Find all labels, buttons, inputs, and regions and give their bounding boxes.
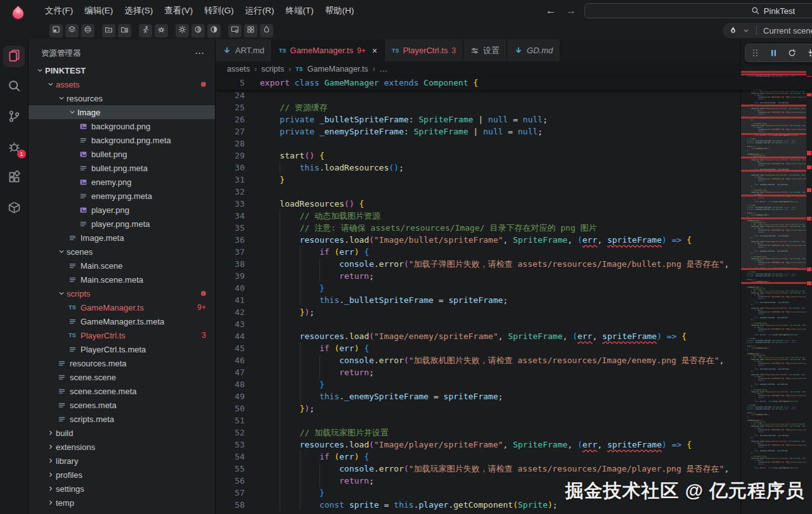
layers-icon-button[interactable] xyxy=(65,24,79,37)
tree-item-gamemanager.ts[interactable]: TSGameManager.ts9+ xyxy=(29,300,215,314)
menu-帮助H[interactable]: 帮助(H) xyxy=(319,0,360,22)
tree-item-scenes.meta[interactable]: scenes.meta xyxy=(29,398,215,412)
menu-编辑E[interactable]: 编辑(E) xyxy=(79,0,119,22)
grid-four-icon-button[interactable] xyxy=(244,24,257,37)
tree-item-playerctrl.ts[interactable]: TSPlayerCtrl.ts3 xyxy=(29,328,215,342)
close-tab-icon[interactable]: × xyxy=(372,46,377,55)
code-line-48[interactable]: 48 } xyxy=(216,378,740,390)
bug-icon-button[interactable] xyxy=(155,24,168,37)
tree-item-scene.scene.meta[interactable]: scene.scene.meta xyxy=(29,384,215,398)
tree-item-profiles[interactable]: profiles xyxy=(29,468,215,482)
folder-media-icon-button[interactable] xyxy=(118,24,131,37)
activity-explorer-icon[interactable] xyxy=(3,46,25,67)
code-line-34[interactable]: 34 // 动态加载图片资源 xyxy=(216,210,740,222)
tree-item-enemy.png.meta[interactable]: enemy.png.meta xyxy=(29,189,215,203)
code-line-55[interactable]: 55 console.error("加载玩家图片失败，请检查 assets/re… xyxy=(216,463,740,475)
code-line-38[interactable]: 38 console.error("加载子弹图片失败，请检查 assets/re… xyxy=(216,258,740,270)
tree-item-player.png.meta[interactable]: player.png.meta xyxy=(29,217,215,231)
code-line-46[interactable]: 46 console.error("加载敌机图片失败，请检查 assets/re… xyxy=(216,354,740,366)
more-actions-icon[interactable]: ⋯ xyxy=(195,48,205,59)
tree-item-enemy.png[interactable]: enemy.png xyxy=(29,175,215,189)
history-back-button[interactable]: ← xyxy=(544,5,558,16)
menu-运行R[interactable]: 运行(R) xyxy=(240,0,280,22)
activity-source-control-icon[interactable] xyxy=(3,106,25,128)
tree-item-assets[interactable]: assets xyxy=(29,77,215,91)
breadcrumb-item[interactable]: … xyxy=(380,65,388,74)
tab-playerctrl.ts[interactable]: TSPlayerCtrl.ts3 xyxy=(385,39,463,61)
tree-item-background.png[interactable]: background.png xyxy=(29,119,215,133)
tree-item-settings[interactable]: settings xyxy=(29,482,215,496)
breadcrumb-item[interactable]: GameManager.ts xyxy=(307,65,368,74)
step-down-icon[interactable] xyxy=(806,48,812,58)
sticky-scroll-line[interactable]: 5export class GameManager extends Compon… xyxy=(216,77,812,89)
code-line-42[interactable]: 42 }); xyxy=(216,306,740,318)
droplet-icon-button[interactable] xyxy=(260,24,273,37)
code-line-51[interactable]: 51 xyxy=(216,414,740,427)
code-line-45[interactable]: 45 if (err) { xyxy=(216,342,740,354)
activity-run-debug-icon[interactable]: 1 xyxy=(3,137,25,158)
code-line-26[interactable]: 26 private _bulletSpriteFrame: SpriteFra… xyxy=(216,113,740,125)
tree-item-bullet.png.meta[interactable]: bullet.png.meta xyxy=(29,161,215,175)
tree-item-temp[interactable]: temp xyxy=(29,496,215,510)
tree-item-resources[interactable]: resources xyxy=(29,91,215,105)
minimap[interactable]: // 资源缓存 private _bulletSpriteFrame: Spri… xyxy=(740,39,806,514)
code-line-36[interactable]: 36 resources.load("Image/bullet/spriteFr… xyxy=(216,234,740,246)
menu-选择S[interactable]: 选择(S) xyxy=(119,0,158,22)
menu-终端T[interactable]: 终端(T) xyxy=(280,0,319,22)
tab-gd.md[interactable]: GD.md xyxy=(507,39,560,61)
panel-image-icon-button[interactable] xyxy=(49,24,63,37)
tree-item-bullet.png[interactable]: bullet.png xyxy=(29,147,215,161)
code-line-29[interactable]: 29 start() { xyxy=(216,150,740,162)
contrast-icon-button[interactable] xyxy=(191,24,205,37)
folder-icon-button[interactable] xyxy=(102,24,115,37)
code-line-52[interactable]: 52 // 加载玩家图片并设置 xyxy=(216,427,740,439)
tree-item-library[interactable]: library xyxy=(29,454,215,468)
breadcrumb-item[interactable]: scripts xyxy=(261,65,284,74)
tree-item-scenes[interactable]: scenes xyxy=(29,245,215,259)
menu-文件F[interactable]: 文件(F) xyxy=(39,0,79,22)
tree-item-pinktest[interactable]: PINKTEST xyxy=(29,63,215,77)
code-line-50[interactable]: 50 }); xyxy=(216,402,740,414)
code-editor[interactable]: 2425 // 资源缓存26 private _bulletSpriteFram… xyxy=(216,89,740,514)
tab-设置[interactable]: 设置 xyxy=(463,39,507,61)
code-line-39[interactable]: 39 return; xyxy=(216,270,740,282)
code-line-25[interactable]: 25 // 资源缓存 xyxy=(216,101,740,113)
half-circle-icon-button[interactable] xyxy=(207,24,221,37)
code-line-31[interactable]: 31 } xyxy=(216,174,740,186)
code-line-28[interactable]: 28 xyxy=(216,138,740,150)
breadcrumb-item[interactable]: assets xyxy=(227,65,250,74)
tree-item-resources.meta[interactable]: resources.meta xyxy=(29,356,215,370)
code-line-24[interactable]: 24 xyxy=(216,89,740,101)
code-line-49[interactable]: 49 this._enemySpriteFrame = spriteFrame; xyxy=(216,390,740,402)
scene-selector[interactable]: Current scene xyxy=(723,23,812,38)
tree-item-main.scene[interactable]: Main.scene xyxy=(29,259,215,273)
tree-item-scripts[interactable]: scripts xyxy=(29,286,215,300)
tab-gamemanager.ts[interactable]: TSGameManager.ts9+× xyxy=(272,39,385,61)
tree-item-scene.scene[interactable]: scene.scene xyxy=(29,370,215,384)
tree-item-image[interactable]: Image xyxy=(29,105,215,119)
activity-search-icon[interactable] xyxy=(3,76,25,98)
code-line-54[interactable]: 54 if (err) { xyxy=(216,451,740,463)
minimap-slider[interactable] xyxy=(741,105,806,269)
code-line-44[interactable]: 44 resources.load("Image/enemy/spriteFra… xyxy=(216,330,740,342)
menu-查看V[interactable]: 查看(V) xyxy=(158,0,198,22)
tree-item-build[interactable]: build xyxy=(29,426,215,440)
code-line-37[interactable]: 37 if (err) { xyxy=(216,246,740,258)
screen-gear-icon-button[interactable] xyxy=(228,24,242,37)
tree-item-scripts.meta[interactable]: scripts.meta xyxy=(29,412,215,426)
code-line-47[interactable]: 47 return; xyxy=(216,366,740,378)
code-line-30[interactable]: 30 this.loadResources(); xyxy=(216,162,740,174)
sun-icon-button[interactable] xyxy=(176,24,189,37)
code-line-40[interactable]: 40 } xyxy=(216,282,740,294)
menu-转到G[interactable]: 转到(G) xyxy=(198,0,240,22)
tab-art.md[interactable]: ART.md xyxy=(216,39,272,61)
pause-icon[interactable] xyxy=(769,48,778,58)
tree-item-player.png[interactable]: player.png xyxy=(29,203,215,217)
tree-item-image.meta[interactable]: Image.meta xyxy=(29,231,215,245)
command-center-search[interactable]: PinkTest xyxy=(584,3,812,18)
circle-db-icon-button[interactable] xyxy=(81,24,94,37)
code-line-27[interactable]: 27 private _enemySpriteFrame: SpriteFram… xyxy=(216,125,740,138)
tree-item-gamemanager.ts.meta[interactable]: GameManager.ts.meta xyxy=(29,314,215,328)
code-line-33[interactable]: 33 loadResources() { xyxy=(216,198,740,210)
history-forward-button[interactable]: → xyxy=(564,5,578,16)
